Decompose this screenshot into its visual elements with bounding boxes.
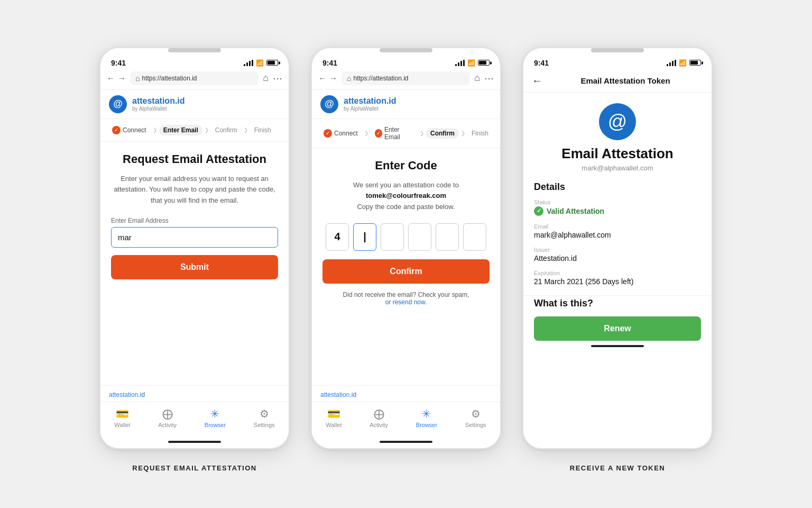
step-email-1: Enter Email (159, 125, 202, 135)
app-title-block-2: attestation.id by AlphaWallet (344, 96, 396, 112)
time-3: 9:41 (534, 59, 549, 67)
code-box-5[interactable] (436, 223, 459, 251)
renew-button[interactable]: Renew (534, 316, 701, 341)
app-id-2: id (389, 96, 396, 105)
code-box-1[interactable]: 4 (326, 223, 349, 251)
submit-button-1[interactable]: Submit (111, 255, 278, 279)
more-btn-1[interactable]: ⋯ (273, 72, 282, 84)
phone1-content: Request Email Attestation Enter your ema… (100, 142, 289, 385)
step-check-email-2: ✓ (375, 129, 382, 138)
detail-email-row: Email mark@alphawallet.com (534, 223, 701, 239)
step-finish-1: Finish (250, 125, 275, 135)
app-sub-2: by AlphaWallet (344, 106, 396, 112)
issuer-value: Attestation.id (534, 254, 701, 262)
footer-1: attestation.id (100, 385, 289, 402)
bottom-nav-1: 💳 Wallet ⨁ Activity ✳ Browser ⚙ Settings (100, 402, 289, 437)
nav-activity-label-1: Activity (158, 422, 177, 428)
nav-browser-label-1: Browser (205, 422, 226, 428)
code-box-6[interactable] (463, 223, 486, 251)
fwd-btn-2[interactable]: → (329, 74, 337, 83)
sent-email: tomek@colourfreak.com (366, 192, 446, 199)
status-icons-3: 📶 (667, 59, 701, 67)
wallet-icon-1: 💳 (116, 407, 129, 420)
app-logo-2: @ (320, 95, 338, 113)
status-bar-2: 9:41 📶 (312, 53, 500, 69)
app-header-2: @ attestation.id by AlphaWallet (312, 90, 500, 119)
nav-activity-label-2: Activity (370, 422, 388, 428)
issuer-label: Issuer (534, 247, 701, 253)
signal-icon-1 (244, 60, 253, 66)
email-input-1[interactable] (111, 227, 278, 248)
status-icons-1: 📶 (244, 59, 278, 67)
confirm-button-2[interactable]: Confirm (322, 259, 490, 284)
nav-wallet-2[interactable]: 💳 Wallet (326, 407, 342, 428)
bottom-nav-2: 💳 Wallet ⨁ Activity ✳ Browser ⚙ Settings (312, 402, 500, 437)
steps-bar-2: ✓ Connect ❯ ✓ Enter Email ❯ Confirm ❯ Fi… (312, 119, 500, 148)
nav-browser-1[interactable]: ✳ Browser (205, 407, 226, 428)
nav-activity-1[interactable]: ⨁ Activity (158, 407, 177, 428)
settings-icon-1: ⚙ (260, 407, 269, 420)
home-btn-2[interactable]: ⌂ (474, 72, 480, 84)
phone1-wrapper: 9:41 📶 ← → ⌂ (99, 47, 290, 472)
step-label-confirm-2: Confirm (430, 130, 455, 137)
phone2-content: Enter Code We sent you an attestation co… (312, 148, 500, 385)
screen-desc-1: Enter your email address you want to req… (111, 174, 278, 206)
activity-icon-1: ⨁ (162, 407, 173, 420)
settings-icon-2: ⚙ (471, 407, 481, 420)
code-box-4[interactable] (408, 223, 431, 251)
status-text: Valid Attestation (547, 207, 604, 215)
renew-btn-wrapper: Renew (523, 316, 712, 341)
browser-actions-1: ⌂ ⋯ (263, 72, 282, 84)
code-inputs: 4 (322, 223, 490, 251)
nav-settings-1[interactable]: ⚙ Settings (254, 407, 275, 428)
more-btn-2[interactable]: ⋯ (484, 72, 494, 84)
code-box-2[interactable] (353, 223, 376, 251)
phone3-wrapper: 9:41 📶 ← Email Attestation Token @ (522, 47, 713, 472)
app-id-1: id (177, 96, 184, 105)
browser-icon-1: ✳ (210, 407, 219, 420)
nav-activity-2[interactable]: ⨁ Activity (370, 407, 388, 428)
footer-2: attestation.id (312, 385, 500, 402)
nav-wallet-1[interactable]: 💳 Wallet (114, 407, 130, 428)
phones-row: 9:41 📶 ← → ⌂ (99, 26, 713, 483)
back-btn-3[interactable]: ← (532, 75, 542, 87)
resend-link[interactable]: or resend now. (385, 298, 427, 306)
back-btn-1[interactable]: ← (107, 74, 115, 83)
fwd-btn-1[interactable]: → (118, 74, 126, 83)
home-btn-1[interactable]: ⌂ (263, 72, 269, 84)
home-indicator-1 (168, 441, 221, 443)
step-label-finish-1: Finish (254, 126, 271, 134)
signal-icon-2 (455, 60, 465, 66)
expiration-label: Expiration (534, 270, 701, 276)
step-label-connect-2: Connect (334, 130, 358, 137)
step-finish-2: Finish (467, 128, 493, 139)
step-label-connect-1: Connect (123, 126, 146, 134)
step-confirm-2: Confirm (426, 128, 459, 139)
app-sub-1: by AlphaWallet (132, 106, 185, 112)
battery-fill-1 (267, 61, 275, 65)
time-1: 9:41 (111, 59, 126, 67)
what-is-this: What is this? (523, 298, 712, 309)
nav-settings-2[interactable]: ⚙ Settings (465, 407, 486, 428)
screen-title-1: Request Email Attestation (111, 152, 278, 166)
nav-browser-2[interactable]: ✳ Browser (416, 407, 437, 428)
p3-attest-email: mark@alphawallet.com (523, 164, 712, 172)
details-title: Details (534, 182, 701, 193)
app-name-2: attestation (344, 96, 386, 105)
battery-icon-2 (478, 60, 490, 66)
url-bar-2[interactable]: ⌂ https://attestation.id (342, 71, 470, 85)
nav-settings-label-2: Settings (465, 422, 486, 428)
app-logo-1: @ (109, 95, 127, 113)
activity-icon-2: ⨁ (374, 407, 384, 420)
code-box-3[interactable] (381, 223, 404, 251)
wallet-icon-2: 💳 (327, 407, 340, 420)
wifi-icon-2: 📶 (467, 59, 475, 67)
step-label-confirm-1: Confirm (215, 126, 237, 134)
url-text-1: https://attestation.id (142, 75, 197, 82)
phone2-wrapper: 9:41 📶 ← → ⌂ (311, 47, 501, 472)
expiration-value: 21 March 2021 (256 Days left) (534, 277, 701, 286)
url-bar-1[interactable]: ⌂ https://attestation.id (130, 71, 259, 85)
p3-header: ← Email Attestation Token (523, 69, 712, 93)
detail-issuer-row: Issuer Attestation.id (534, 247, 701, 262)
back-btn-2[interactable]: ← (318, 74, 326, 83)
